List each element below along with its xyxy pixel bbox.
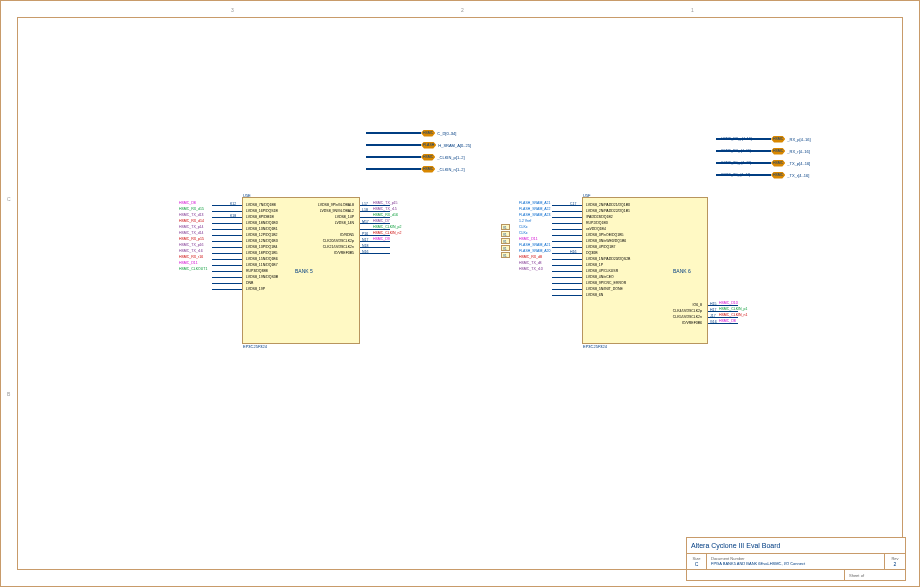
pin-name: DNB bbox=[246, 281, 253, 285]
wire bbox=[212, 211, 242, 212]
wire bbox=[552, 205, 582, 206]
ruler-top: 2 bbox=[461, 7, 464, 13]
pin-name: LVDS8_8P/DM1B bbox=[246, 215, 274, 219]
net-label: HSMC_TX_r10 bbox=[519, 267, 543, 271]
wire bbox=[360, 241, 390, 242]
drawing-border bbox=[17, 17, 903, 570]
net-label: 1.2 Vref bbox=[519, 219, 531, 223]
net-label: HSMC_D8 bbox=[179, 201, 196, 205]
pin-name: LVDS8_1P bbox=[586, 263, 603, 267]
wire bbox=[212, 259, 242, 260]
wire bbox=[360, 205, 390, 206]
net-label: FLASH_SRAM_A21 bbox=[519, 201, 551, 205]
pin-name: LVDS8_19P bbox=[246, 287, 265, 291]
bank-label: BANK 6 bbox=[673, 268, 691, 274]
wire bbox=[552, 229, 582, 230]
net-label: FLASH_SRAM_A21 bbox=[519, 243, 551, 247]
bus-tag: HSMC_CLKIN_n[1..2] bbox=[366, 165, 465, 173]
net-label: HSMC_RX_d14 bbox=[179, 219, 204, 223]
ruler-left: B bbox=[7, 391, 10, 397]
wire bbox=[212, 283, 242, 284]
pin-name: LVDS8_15N/DQ1B6 bbox=[246, 257, 278, 261]
pin-name: LVDS8_11N/DQ1B7 bbox=[246, 263, 278, 267]
wire bbox=[552, 277, 582, 278]
pin-name: LVDS8_13N/DQ1B1 bbox=[246, 227, 278, 231]
title-block: Altera Cyclone III Eval Board Size C Doc… bbox=[686, 537, 906, 581]
wire bbox=[708, 311, 738, 312]
net-label: HSMC_CLKOUT1 bbox=[179, 267, 207, 271]
pin-name: LVDS8_9N/GLOBAL2 bbox=[320, 209, 354, 213]
pin-name: LVDS8_9P/CRC_ERROR bbox=[586, 281, 626, 285]
wire bbox=[212, 229, 242, 230]
net-label: HSMC_RX_d16 bbox=[373, 213, 398, 217]
wire bbox=[552, 289, 582, 290]
pin-name: LVDS8_4N/nCEO bbox=[586, 275, 614, 279]
pin-name: LVDS8_1N/PADD20/DQS2B bbox=[586, 257, 630, 261]
pin-name: IO6_8 bbox=[692, 303, 702, 307]
pin-name: RUP2/DQ1B3 bbox=[586, 221, 608, 225]
net-label: HSMC_D7 bbox=[373, 219, 390, 223]
net-label: HSMC_TX_p14 bbox=[179, 225, 204, 229]
net-label: CLKx bbox=[519, 225, 528, 229]
pad-square: V1 bbox=[501, 238, 510, 244]
wire bbox=[552, 241, 582, 242]
net-label: FLASH_SRAM_A20 bbox=[519, 249, 551, 253]
wire bbox=[212, 271, 242, 272]
wire bbox=[212, 247, 242, 248]
net-label: HSMC_TX_d14 bbox=[179, 231, 204, 235]
wire bbox=[552, 247, 582, 248]
net-label: HSMC_D9 bbox=[373, 237, 390, 241]
net-label: HSMC_TX_p15 bbox=[373, 201, 398, 205]
wire bbox=[360, 235, 390, 236]
pin-name: CLK21/LVDSCLK2n bbox=[323, 245, 354, 249]
ruler-left: C bbox=[7, 196, 11, 202]
net-label: HSMC_RX_d15 bbox=[179, 207, 204, 211]
pin-name: IO/RDN5 bbox=[340, 233, 354, 237]
wire bbox=[552, 259, 582, 260]
net-label: HSMC_RX_r16 bbox=[179, 255, 203, 259]
net-label: HSMC_CLKIN_p2 bbox=[373, 225, 401, 229]
wire bbox=[212, 277, 242, 278]
ruler-top: 3 bbox=[231, 7, 234, 13]
wire bbox=[360, 253, 390, 254]
wire bbox=[552, 223, 582, 224]
doc-cell: Document Number FPGA BANK5 AND BANK 6Eva… bbox=[707, 554, 885, 569]
wire bbox=[552, 265, 582, 266]
wire bbox=[212, 205, 242, 206]
pin-name: /PADD23/DQ1B2 bbox=[586, 215, 613, 219]
bus-tag: HSMC_RX_p[4..16]HSMC_RX_p[4..16] bbox=[716, 135, 811, 143]
bank-label: BANK 5 bbox=[295, 268, 313, 274]
pin-name: LVDS8_3N/nWE0/DQ1B6 bbox=[586, 239, 626, 243]
pin-name: LVDS8_2N/PADD21/DQ1B0 bbox=[586, 203, 630, 207]
net-label: FLASH_SRAM_A23 bbox=[519, 213, 551, 217]
net-label: CLKx bbox=[519, 231, 528, 235]
net-label: HSMC_D11 bbox=[519, 237, 538, 241]
net-label: HSMC_D10 bbox=[719, 301, 738, 305]
pin-name: IO/VREF0B6 bbox=[682, 321, 702, 325]
wire bbox=[708, 317, 738, 318]
pin-name: LVDS8_14N bbox=[335, 221, 354, 225]
wire bbox=[212, 265, 242, 266]
wire bbox=[552, 271, 582, 272]
pin-name: LVDS8_18P/DQ1B5 bbox=[246, 251, 277, 255]
bus-tag: HSMC_RX_r[4..16]HSMC_RX_r[4..16] bbox=[716, 147, 810, 155]
net-label: HSMC_RX_d8 bbox=[519, 255, 542, 259]
wire bbox=[708, 305, 738, 306]
pad-square: V1 bbox=[501, 224, 510, 230]
wire bbox=[360, 223, 390, 224]
num-pad: V1V1V1V1V1 bbox=[501, 224, 510, 259]
rev-cell: Rev 2 bbox=[885, 554, 905, 569]
pin-name: RUP3/DQ3B8 bbox=[246, 269, 268, 273]
pin-name: LVDS8_12N/DQ1B3 bbox=[246, 239, 278, 243]
wire bbox=[552, 211, 582, 212]
net-label: HSMC_TX_p16 bbox=[179, 243, 204, 247]
wire bbox=[360, 247, 390, 248]
pin-name: LVDS8_12P/DQ1B2 bbox=[246, 233, 277, 237]
net-label: HSMC_CLKIN_p1 bbox=[719, 307, 747, 311]
wire bbox=[360, 229, 390, 230]
bus-tag: HSMC_TX_p[4..16]HSMC_TX_p[4..16] bbox=[716, 159, 810, 167]
pin-name: LVDS8_16P/DQS1B bbox=[246, 209, 278, 213]
pin-name: LVDS8_9P/nGLOBAL8 bbox=[318, 203, 354, 207]
net-label: HSMC_TX_d13 bbox=[179, 213, 204, 217]
wire bbox=[552, 283, 582, 284]
